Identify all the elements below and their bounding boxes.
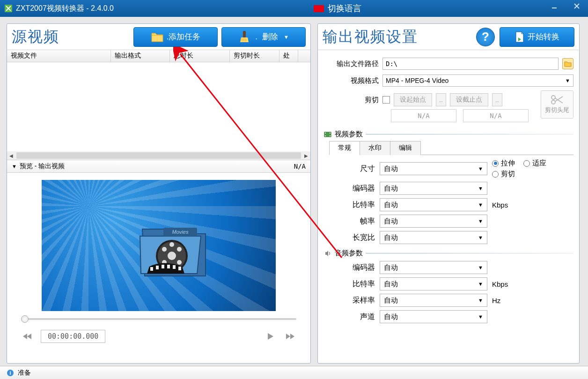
prev-button[interactable] <box>21 331 34 342</box>
language-switch[interactable]: 切换语言 <box>314 3 361 14</box>
help-button[interactable]: ? <box>476 28 495 46</box>
audio-encoder-combo[interactable]: 自动▼ <box>380 261 487 274</box>
chevron-down-icon: ▼ <box>478 297 483 303</box>
col-cut-duration[interactable]: 剪切时长 <box>230 50 279 62</box>
svg-rect-19 <box>178 267 181 270</box>
aspect-combo[interactable]: 自动▼ <box>380 231 487 244</box>
timecode-display: 00:00:00.000 <box>41 330 105 343</box>
cut-checkbox[interactable] <box>382 96 390 104</box>
titlebar: ZXT2007视频转换器 - 2.4.0.0 切换语言 <box>0 0 588 17</box>
radio-stretch[interactable]: 拉伸 <box>492 159 515 168</box>
video-format-combo[interactable]: MP4 - MPEG-4 Video ▼ <box>382 74 573 87</box>
end-dots-button[interactable]: .. <box>492 93 502 106</box>
chevron-down-icon: ▼ <box>565 78 570 83</box>
bitrate-label: 比特率 <box>342 200 375 210</box>
bitrate-unit: Kbps <box>492 201 508 209</box>
channel-combo[interactable]: 自动▼ <box>380 310 487 323</box>
start-dots-button[interactable]: .. <box>436 93 446 106</box>
svg-point-21 <box>551 100 555 104</box>
scroll-left-icon[interactable]: ◀ <box>7 151 15 160</box>
svg-point-8 <box>162 247 167 252</box>
col-duration[interactable]: 总时长 <box>170 50 230 62</box>
svg-point-7 <box>168 252 176 260</box>
svg-rect-15 <box>156 266 159 269</box>
start-convert-label: 开始转换 <box>528 31 559 42</box>
add-task-button[interactable]: .添加任务 <box>133 27 218 47</box>
radio-fit[interactable]: 适应 <box>523 159 546 168</box>
svg-rect-16 <box>162 265 164 268</box>
video-encoder-combo[interactable]: 自动▼ <box>380 182 487 195</box>
preview-na: N/A <box>294 163 306 170</box>
col-format[interactable]: 输出格式 <box>111 50 170 62</box>
preview-header[interactable]: ▼ 预览 - 输出视频 N/A <box>7 160 310 173</box>
close-button[interactable] <box>566 0 588 12</box>
expand-icon: ▼ <box>12 163 17 169</box>
preview-image: Movies <box>42 180 276 311</box>
trim-button[interactable]: 剪切头尾 <box>541 90 573 119</box>
video-preview: Movies <box>7 173 310 313</box>
svg-rect-25 <box>330 133 331 134</box>
fps-label: 帧率 <box>342 216 375 226</box>
chevron-down-icon: ▼ <box>284 34 289 40</box>
scroll-thumb[interactable] <box>16 152 301 159</box>
svg-text:i: i <box>9 370 11 376</box>
slider-knob[interactable] <box>21 315 29 323</box>
set-end-button[interactable]: 设截止点 <box>450 93 488 106</box>
col-status[interactable]: 处 <box>279 50 298 62</box>
start-time-display: N/A <box>391 109 456 122</box>
delete-label: 删除 <box>262 31 278 42</box>
chevron-down-icon: ▼ <box>478 202 483 208</box>
radio-crop[interactable]: 剪切 <box>492 170 546 178</box>
tab-general[interactable]: 常规 <box>329 141 360 155</box>
tab-edit[interactable]: 编辑 <box>390 141 421 155</box>
seek-slider[interactable] <box>7 313 310 325</box>
video-bitrate-combo[interactable]: 自动▼ <box>380 198 487 211</box>
fps-combo[interactable]: 自动▼ <box>380 215 487 228</box>
svg-rect-23 <box>325 133 326 134</box>
svg-rect-26 <box>330 135 331 136</box>
sample-rate-unit: Hz <box>492 297 500 305</box>
movie-folder-icon: Movies <box>135 222 210 283</box>
file-list[interactable] <box>7 62 310 151</box>
add-task-label: .添加任务 <box>167 31 201 42</box>
audio-bitrate-combo[interactable]: 自动▼ <box>380 277 487 290</box>
output-path-label: 输出文件路径 <box>323 59 379 68</box>
svg-rect-14 <box>150 267 153 271</box>
source-video-panel: 源视频 .添加任务 . 删除 ▼ 视频文件 输出格式 总时长 剪切时长 处 ◀ … <box>7 23 311 364</box>
window-title: ZXT2007视频转换器 - 2.4.0.0 <box>16 4 114 14</box>
minimize-button[interactable] <box>543 0 566 12</box>
tab-watermark[interactable]: 水印 <box>360 141 390 155</box>
video-format-label: 视频格式 <box>323 76 379 85</box>
delete-button[interactable]: . 删除 ▼ <box>221 27 306 47</box>
next-button[interactable] <box>283 331 296 342</box>
col-file[interactable]: 视频文件 <box>7 50 111 62</box>
sample-rate-combo[interactable]: 自动▼ <box>380 294 487 307</box>
set-start-button[interactable]: 设起始点 <box>394 93 432 106</box>
svg-point-12 <box>169 242 174 247</box>
playback-controls: 00:00:00.000 <box>7 325 310 348</box>
play-button[interactable] <box>264 331 277 342</box>
size-combo[interactable]: 自动▼ <box>380 162 487 175</box>
end-time-display: N/A <box>463 109 529 122</box>
channel-label: 声道 <box>342 312 375 322</box>
scroll-right-icon[interactable]: ▶ <box>302 151 310 160</box>
svg-rect-24 <box>325 135 326 136</box>
output-path-input[interactable] <box>382 58 559 70</box>
info-icon: i <box>7 369 14 377</box>
chevron-down-icon: ▼ <box>478 265 483 270</box>
svg-text:Movies: Movies <box>172 229 189 235</box>
chevron-down-icon: ▼ <box>478 166 483 171</box>
chevron-down-icon: ▼ <box>478 235 483 240</box>
start-convert-button[interactable]: 开始转换 <box>500 27 574 47</box>
browse-button[interactable] <box>562 58 573 69</box>
scissors-icon <box>551 95 564 105</box>
cut-label: 剪切 <box>323 96 379 104</box>
video-params-label: 视频参数 <box>335 130 363 139</box>
encoder-label: 编码器 <box>342 184 375 193</box>
svg-point-20 <box>551 96 555 99</box>
statusbar: i 准备 <box>0 366 588 379</box>
horizontal-scrollbar[interactable]: ◀ ▶ <box>7 151 310 160</box>
svg-rect-18 <box>173 265 176 269</box>
app-icon <box>5 5 12 12</box>
video-icon <box>323 130 332 139</box>
